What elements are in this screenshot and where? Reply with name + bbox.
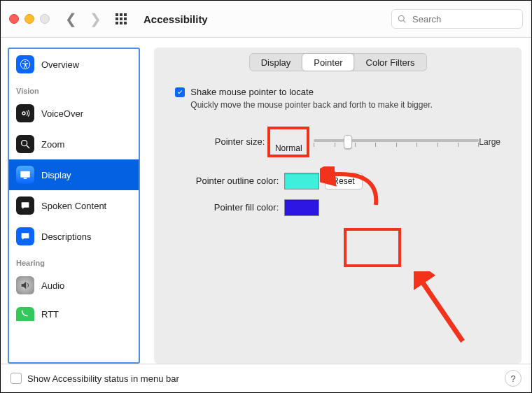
svg-rect-6: [24, 178, 27, 180]
sidebar-item-label: Audio: [41, 280, 64, 291]
sidebar-heading-hearing: Hearing: [9, 252, 139, 270]
search-field[interactable]: [391, 9, 523, 29]
sidebar-item-audio[interactable]: Audio: [9, 270, 139, 301]
sidebar-item-overview[interactable]: Overview: [9, 49, 139, 80]
pointer-outline-label: Pointer outline color:: [175, 176, 279, 186]
minimize-window-button[interactable]: [24, 14, 34, 24]
search-icon: [398, 15, 407, 24]
pointer-size-slider[interactable]: [314, 129, 479, 155]
sidebar-item-rtt[interactable]: RTT: [9, 301, 139, 327]
settings-panel: Display Pointer Color Filters Shake mous…: [154, 48, 522, 364]
sidebar-item-spoken-content[interactable]: Spoken Content: [9, 190, 139, 221]
pointer-outline-color-swatch[interactable]: [284, 173, 319, 190]
shake-checkbox[interactable]: [175, 87, 185, 97]
annotation-box-normal: Normal: [267, 127, 309, 157]
shake-description: Quickly move the mouse pointer back and …: [190, 100, 442, 111]
spoken-content-icon: [16, 196, 34, 215]
svg-point-7: [23, 235, 24, 236]
sidebar-item-descriptions[interactable]: Descriptions: [9, 221, 139, 252]
voiceover-icon: [16, 104, 34, 122]
svg-point-9: [26, 235, 27, 236]
rtt-icon: [16, 307, 34, 321]
svg-point-8: [24, 235, 25, 236]
audio-icon: [16, 276, 34, 294]
sidebar-item-voiceover[interactable]: VoiceOver: [9, 98, 139, 129]
svg-rect-5: [20, 171, 30, 178]
sidebar-item-label: Descriptions: [41, 231, 92, 242]
descriptions-icon: [16, 227, 34, 245]
show-all-icon[interactable]: [115, 13, 127, 24]
search-input[interactable]: [411, 13, 498, 25]
accessibility-window: ❮ ❯ Accessibility Overview: [0, 0, 532, 393]
menu-bar-status-checkbox[interactable]: [10, 373, 22, 384]
zoom-window-button[interactable]: [40, 14, 50, 24]
help-button[interactable]: ?: [505, 370, 522, 387]
sidebar-item-label: Zoom: [41, 139, 64, 150]
sidebar-item-display[interactable]: Display: [9, 159, 139, 190]
shake-label: Shake mouse pointer to locate: [190, 87, 314, 97]
back-button[interactable]: ❮: [65, 10, 77, 27]
reset-button[interactable]: Reset: [325, 173, 362, 190]
display-icon: [16, 166, 34, 184]
svg-point-2: [22, 112, 25, 115]
pointer-fill-color-swatch[interactable]: [284, 199, 319, 216]
menu-bar-status-label: Show Accessibility status in menu bar: [27, 373, 179, 384]
svg-point-1: [24, 61, 26, 62]
footer: Show Accessibility status in menu bar ?: [1, 364, 531, 392]
svg-line-4: [27, 145, 29, 148]
titlebar: ❮ ❯ Accessibility: [1, 1, 531, 38]
accessibility-icon: [16, 55, 34, 73]
sidebar-item-zoom[interactable]: Zoom: [9, 129, 139, 159]
sidebar-heading-vision: Vision: [9, 80, 139, 98]
window-title: Accessibility: [144, 13, 208, 25]
close-window-button[interactable]: [9, 14, 19, 24]
pointer-size-min-label: Normal: [275, 143, 302, 153]
slider-thumb[interactable]: [344, 135, 352, 149]
pointer-size-max-label: Large: [479, 137, 500, 147]
pointer-size-label: Pointer size:: [175, 136, 265, 147]
sidebar-item-label: Overview: [41, 59, 79, 70]
sidebar-item-label: RTT: [41, 309, 59, 320]
zoom-icon: [16, 135, 34, 153]
nav-arrows: ❮ ❯: [65, 10, 102, 27]
traffic-lights: [9, 14, 50, 24]
forward-button[interactable]: ❯: [90, 10, 102, 27]
sidebar-item-label: Spoken Content: [41, 201, 106, 211]
annotation-box-reset: [344, 228, 401, 267]
sidebar: Overview Vision VoiceOver Zoom: [8, 48, 140, 364]
svg-point-3: [22, 141, 27, 146]
pointer-fill-label: Pointer fill color:: [175, 202, 279, 213]
sidebar-item-label: Display: [41, 170, 71, 180]
sidebar-item-label: VoiceOver: [41, 108, 83, 119]
